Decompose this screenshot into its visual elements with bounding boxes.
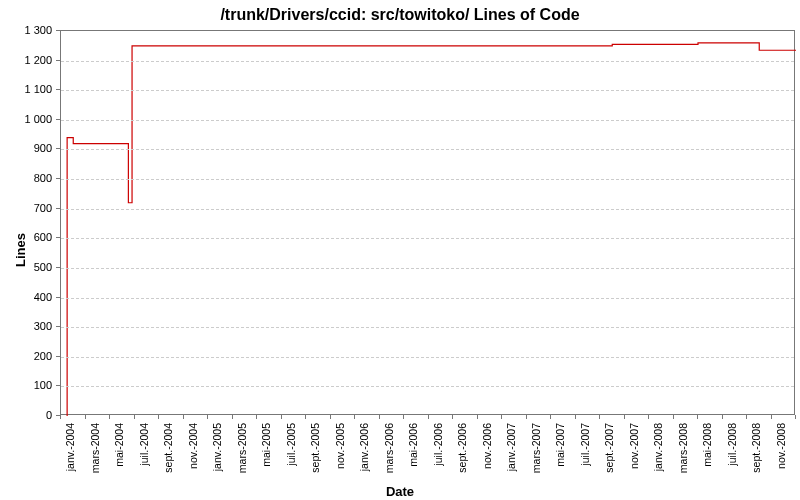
xtick-label: sept.-2005 (309, 423, 321, 493)
ytick-label: 1 100 (0, 83, 52, 95)
xtick-label: mai-2007 (554, 423, 566, 493)
xtick-label: nov.-2004 (187, 423, 199, 493)
xtick-label: sept.-2007 (603, 423, 615, 493)
ytick-label: 900 (0, 142, 52, 154)
loc-chart: /trunk/Drivers/ccid: src/towitoko/ Lines… (0, 0, 800, 500)
xtick-label: mars-2007 (530, 423, 542, 493)
xtick-label: mars-2006 (383, 423, 395, 493)
ytick-label: 500 (0, 261, 52, 273)
chart-title: /trunk/Drivers/ccid: src/towitoko/ Lines… (0, 6, 800, 24)
xtick-label: janv.-2008 (652, 423, 664, 493)
ytick-label: 800 (0, 172, 52, 184)
xtick-label: janv.-2007 (505, 423, 517, 493)
xtick-label: sept.-2004 (162, 423, 174, 493)
xtick-label: sept.-2008 (750, 423, 762, 493)
xtick-label: mars-2004 (89, 423, 101, 493)
xtick-label: mai-2006 (407, 423, 419, 493)
ytick-label: 1 200 (0, 54, 52, 66)
xtick-label: janv.-2005 (211, 423, 223, 493)
ytick-label: 700 (0, 202, 52, 214)
xtick-label: janv.-2006 (358, 423, 370, 493)
ytick-label: 1 000 (0, 113, 52, 125)
ytick-label: 300 (0, 320, 52, 332)
xtick-label: mai-2005 (260, 423, 272, 493)
xtick-label: nov.-2005 (334, 423, 346, 493)
xtick-label: mars-2005 (236, 423, 248, 493)
xtick-label: nov.-2006 (481, 423, 493, 493)
xtick-label: juil.-2004 (138, 423, 150, 493)
plot-area (60, 30, 795, 415)
xtick-label: juil.-2007 (579, 423, 591, 493)
ytick-label: 0 (0, 409, 52, 421)
ytick-label: 1 300 (0, 24, 52, 36)
xtick-label: mars-2008 (677, 423, 689, 493)
ytick-label: 200 (0, 350, 52, 362)
xtick-label: sept.-2006 (456, 423, 468, 493)
xtick-label: nov.-2008 (775, 423, 787, 493)
xtick-label: mai-2008 (701, 423, 713, 493)
ytick-label: 600 (0, 231, 52, 243)
xtick-label: juil.-2005 (285, 423, 297, 493)
series-line (67, 43, 796, 416)
ytick-label: 400 (0, 291, 52, 303)
xtick-label: nov.-2007 (628, 423, 640, 493)
xtick-label: juil.-2006 (432, 423, 444, 493)
ytick-label: 100 (0, 379, 52, 391)
xtick-label: mai-2004 (113, 423, 125, 493)
series-svg (61, 31, 796, 416)
xtick-label: janv.-2004 (64, 423, 76, 493)
xtick-label: juil.-2008 (726, 423, 738, 493)
